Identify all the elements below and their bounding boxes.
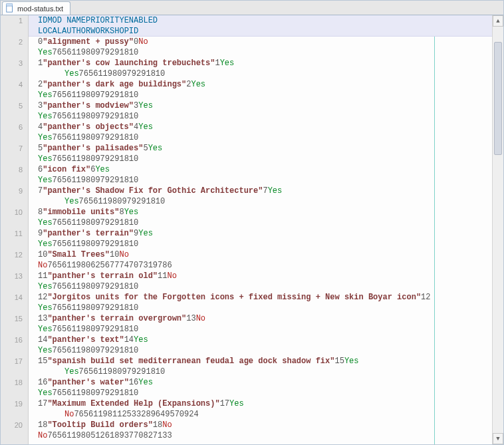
mod-row: 17 "Maximum Extended Help (Expansions)" … — [29, 398, 492, 420]
mod-priority: 18 — [153, 420, 162, 430]
file-icon — [5, 3, 15, 14]
mod-workshop: 0 — [134, 324, 138, 335]
mod-priority: 4 — [134, 122, 138, 132]
line-number: 9 — [1, 186, 28, 207]
code-viewport[interactable]: ID MOD NAME PRIORITY ENABLEDLOCAL AUTHOR… — [29, 15, 492, 444]
mod-name: "Small Trees" — [47, 249, 110, 260]
mod-priority: 7 — [263, 186, 267, 196]
mod-priority: 0 — [134, 37, 138, 47]
mod-enabled: Yes — [148, 143, 163, 154]
line-number: 15 — [1, 313, 28, 335]
mod-name: "immobile units" — [43, 207, 119, 218]
line-number: 4 — [1, 79, 28, 100]
mod-local: Yes — [38, 345, 53, 356]
mod-author: 76561198097929181 — [53, 175, 134, 186]
mod-row: 0 "alignment + pussy" 0 NoYes 7656119809… — [29, 37, 492, 58]
svg-rect-2 — [7, 3, 13, 5]
mod-enabled: Yes — [229, 398, 244, 409]
vertical-scrollbar[interactable]: ▲ ▼ — [492, 15, 503, 444]
mod-local: Yes — [38, 218, 53, 228]
mod-name: "panther's terrain old" — [47, 271, 158, 281]
mod-enabled: Yes — [138, 228, 153, 239]
mod-enabled: Yes — [191, 79, 205, 90]
mod-enabled: Yes — [138, 377, 153, 388]
mod-name: "panther's cow launching trebuchets" — [43, 58, 215, 69]
editor-window: mod-status.txt 1234567891011121314151617… — [0, 0, 504, 445]
mod-workshop: 0 — [134, 111, 138, 122]
mod-id: 1 — [38, 58, 43, 69]
mod-enabled: No — [196, 313, 205, 324]
mod-enabled: Yes — [138, 122, 153, 132]
mod-row: 14 "panther's text" 14 YesYes 7656119809… — [29, 335, 492, 356]
mod-author: 76561198097929181 — [53, 47, 134, 58]
mod-workshop: 0 — [160, 367, 165, 377]
mod-author: 76561198062567774 — [47, 260, 128, 271]
line-number: 14 — [1, 292, 28, 313]
mod-enabled: No — [119, 249, 128, 260]
mod-name: "panther's text" — [47, 335, 124, 345]
mod-name: "panther's terrain overgrown" — [47, 313, 186, 324]
file-tab[interactable]: mod-status.txt — [2, 1, 70, 15]
mod-author: 76561198097929181 — [53, 345, 134, 356]
mod-local: Yes — [38, 154, 53, 164]
mod-priority: 12 — [421, 292, 430, 303]
line-number: 6 — [1, 122, 28, 143]
mod-local: Yes — [64, 69, 79, 79]
mod-row: 3 "panther's modview" 3 YesYes 765611980… — [29, 100, 492, 122]
line-number: 20 — [1, 420, 28, 441]
col-id: ID — [38, 15, 47, 26]
mod-row: 9 "panther's terrain" 9 YesYes 765611980… — [29, 228, 492, 249]
scroll-thumb[interactable] — [494, 42, 502, 155]
mod-priority: 16 — [129, 377, 138, 388]
mod-priority: 1 — [215, 58, 219, 69]
mod-priority: 10 — [110, 249, 119, 260]
mod-name: "panther's water" — [47, 377, 128, 388]
mod-name: "Jorgitos units for the Forgotten icons … — [47, 292, 421, 303]
code-lines: ID MOD NAME PRIORITY ENABLEDLOCAL AUTHOR… — [29, 15, 492, 441]
mod-priority: 15 — [334, 356, 344, 367]
tab-bar: mod-status.txt — [1, 1, 503, 15]
mod-id: 15 — [38, 356, 47, 367]
line-number: 12 — [1, 249, 28, 271]
scroll-down-button[interactable]: ▼ — [493, 433, 503, 444]
col-local: LOCAL — [38, 26, 62, 37]
col-enabled: ENABLED — [124, 15, 158, 26]
mod-author: 76561198112533289 — [74, 409, 155, 420]
col-workshop: WORKSHOPID — [90, 26, 138, 37]
mod-local: No — [64, 409, 74, 420]
mod-id: 10 — [38, 249, 47, 260]
line-number: 17 — [1, 356, 28, 377]
mod-row: 18 "Tooltip Build orders" 18 NoNo 765611… — [29, 420, 492, 441]
mod-priority: 13 — [186, 313, 195, 324]
col-author: AUTHOR — [62, 26, 90, 37]
mod-row: 6 "icon fix" 6 YesYes 76561198097929181 … — [29, 164, 492, 186]
mod-workshop: 0 — [134, 47, 138, 58]
mod-author: 76561198097929181 — [79, 69, 160, 79]
mod-enabled: No — [138, 37, 148, 47]
mod-id: 11 — [38, 271, 47, 281]
mod-row: 8 "immobile units" 8 YesYes 765611980979… — [29, 207, 492, 228]
mod-id: 6 — [38, 164, 43, 175]
mod-name: "panther's Shadow Fix for Gothic Archite… — [43, 186, 263, 196]
col-mod-name: MOD NAME — [47, 15, 86, 26]
mod-workshop: 0 — [160, 69, 165, 79]
mod-workshop: 0 — [134, 239, 138, 249]
mod-local: Yes — [38, 324, 53, 335]
mod-workshop: 0 — [134, 90, 138, 100]
mod-name: "panther's dark age buildings" — [43, 79, 186, 90]
line-number: 19 — [1, 398, 28, 420]
mod-enabled: Yes — [134, 335, 148, 345]
mod-row: 4 "panther's objects" 4 YesYes 765611980… — [29, 122, 492, 143]
mod-author: 76561198097929181 — [79, 367, 160, 377]
line-number: 2 — [1, 37, 28, 58]
line-number-gutter: 1234567891011121314151617181920 — [1, 15, 29, 444]
mod-local: Yes — [38, 132, 53, 143]
mod-row: 15 "spanish build set mediterranean feud… — [29, 356, 492, 377]
mod-author: 76561198051261893 — [47, 430, 128, 441]
scroll-up-button[interactable]: ▲ — [493, 15, 503, 27]
mod-local: Yes — [64, 196, 79, 207]
mod-enabled: Yes — [124, 207, 139, 218]
mod-priority: 2 — [186, 79, 191, 90]
mod-author: 76561198097929181 — [53, 154, 134, 164]
editor-content: 1234567891011121314151617181920 ID MOD N… — [1, 15, 492, 444]
